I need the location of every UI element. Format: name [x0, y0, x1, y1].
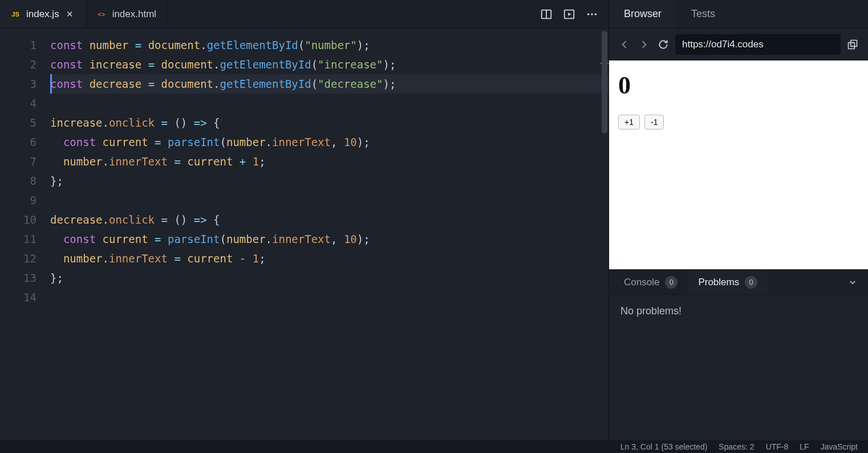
code-body[interactable]: const number = document.getElementById("…: [50, 29, 609, 440]
tab-label: index.js: [26, 9, 59, 20]
preview-icon[interactable]: [563, 8, 575, 21]
status-language[interactable]: JavaScript: [821, 442, 858, 451]
nav-back-icon[interactable]: [617, 37, 632, 52]
editor-column: JS index.js ✕ <> index.html: [0, 0, 609, 440]
status-bar: Ln 3, Col 1 (53 selected) Spaces: 2 UTF-…: [0, 440, 868, 453]
nav-forward-icon[interactable]: [636, 37, 651, 52]
status-encoding[interactable]: UTF-8: [766, 442, 789, 451]
code-line[interactable]: const current = parseInt(number.innerTex…: [50, 132, 609, 152]
status-cursor[interactable]: Ln 3, Col 1 (53 selected): [620, 442, 708, 451]
right-panel: Browser Tests: [609, 0, 868, 440]
svg-point-4: [587, 13, 590, 15]
editor-toolbar: [530, 0, 609, 28]
code-line[interactable]: number.innerText = current + 1;: [50, 152, 609, 171]
code-line[interactable]: increase.onclick = () => {: [50, 113, 609, 132]
code-line[interactable]: };: [50, 171, 609, 191]
code-editor[interactable]: 1234567891011121314 const number = docum…: [0, 29, 609, 440]
browser-pane: 0 +1 -1 Console 0 Problems 0: [609, 29, 868, 440]
browser-addressbar: [609, 29, 868, 60]
code-line[interactable]: };: [50, 268, 609, 288]
svg-marker-3: [568, 13, 571, 16]
devtab-label: Console: [624, 277, 659, 288]
status-indent[interactable]: Spaces: 2: [719, 442, 754, 451]
js-file-icon: JS: [10, 9, 21, 19]
counter-value: 0: [618, 71, 861, 100]
split-editor-icon[interactable]: [540, 8, 553, 21]
editor-tabbar: JS index.js ✕ <> index.html: [0, 0, 609, 29]
svg-point-5: [591, 13, 593, 15]
devpanel-body: No problems!: [609, 295, 868, 440]
reload-icon[interactable]: [656, 37, 671, 52]
vertical-scrollbar[interactable]: [601, 29, 609, 440]
more-icon[interactable]: [586, 8, 598, 21]
rendered-page[interactable]: 0 +1 -1: [609, 60, 868, 269]
problems-count-badge: 0: [745, 276, 757, 289]
svg-rect-7: [851, 40, 857, 46]
tab-index-js[interactable]: JS index.js ✕: [0, 0, 86, 28]
tab-index-html[interactable]: <> index.html: [86, 0, 167, 28]
status-eol[interactable]: LF: [800, 442, 809, 451]
line-gutter: 1234567891011121314: [0, 29, 50, 440]
code-line[interactable]: [50, 94, 609, 113]
svg-rect-8: [849, 42, 855, 48]
code-line[interactable]: [50, 288, 609, 307]
dev-panel: Console 0 Problems 0 No p: [609, 269, 868, 440]
code-line[interactable]: [50, 191, 609, 210]
code-line[interactable]: const increase = document.getElementById…: [50, 55, 609, 74]
increment-button[interactable]: +1: [618, 115, 640, 130]
right-tab-tests[interactable]: Tests: [676, 0, 730, 28]
close-tab-icon[interactable]: ✕: [65, 9, 75, 19]
right-tabbar: Browser Tests: [609, 0, 868, 29]
right-tab-browser[interactable]: Browser: [609, 0, 676, 28]
html-file-icon: <>: [96, 9, 107, 19]
console-count-badge: 0: [665, 276, 678, 289]
code-line[interactable]: const current = parseInt(number.innerTex…: [50, 229, 609, 249]
code-line[interactable]: decrease.onclick = () => {: [50, 210, 609, 229]
decrement-button[interactable]: -1: [644, 115, 664, 130]
url-input[interactable]: [675, 34, 841, 55]
code-line[interactable]: const number = document.getElementById("…: [50, 35, 609, 55]
svg-point-6: [595, 13, 597, 15]
devtab-problems[interactable]: Problems 0: [688, 270, 768, 294]
open-external-icon[interactable]: [845, 37, 860, 52]
scrollbar-thumb[interactable]: [602, 31, 607, 134]
code-line[interactable]: const decrease = document.getElementById…: [50, 74, 609, 94]
collapse-panel-icon[interactable]: [846, 276, 859, 289]
tab-label: index.html: [112, 9, 156, 20]
devtab-label: Problems: [698, 277, 739, 288]
devtab-console[interactable]: Console 0: [614, 270, 688, 294]
devpanel-tabbar: Console 0 Problems 0: [609, 270, 868, 295]
code-line[interactable]: number.innerText = current - 1;: [50, 249, 609, 268]
